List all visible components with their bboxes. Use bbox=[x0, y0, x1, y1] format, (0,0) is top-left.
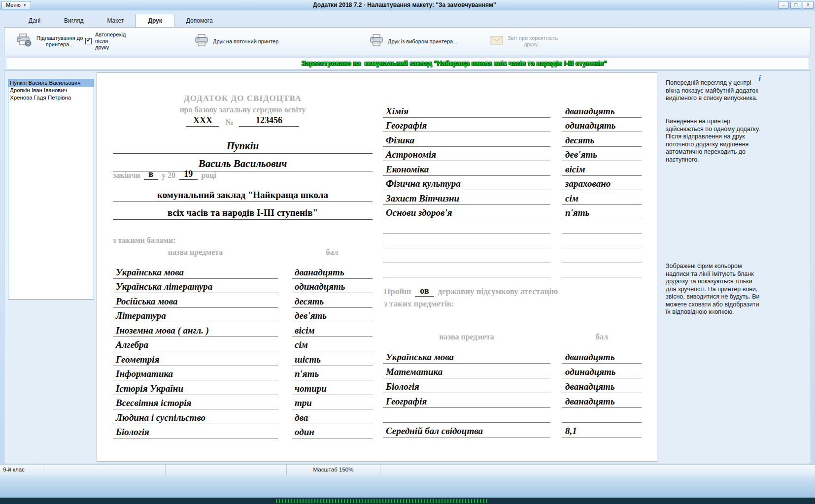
column-header-grade: бал bbox=[292, 248, 373, 257]
auto-advance-checkbox[interactable]: ✓ Автоперехід після друку bbox=[85, 32, 126, 51]
subject-name: Українська література bbox=[113, 279, 278, 294]
subject-name bbox=[383, 234, 550, 249]
subject-name: Українська мова bbox=[383, 349, 550, 364]
certificate-preview: ДОДАТОК ДО СВІДОЦТВА про базову загальну… bbox=[97, 72, 657, 462]
toolbar: Підлаштування до принтера... ✓ Автоперех… bbox=[4, 27, 811, 55]
subject-name: Інформатика bbox=[113, 366, 278, 381]
window-title: Додатки 2018 7.2 - Налаштування макету: … bbox=[31, 1, 778, 8]
subject-grade: сім bbox=[562, 190, 642, 205]
menu-button[interactable]: Меню ▼ bbox=[1, 1, 31, 9]
subject-row: Російська мова десять bbox=[113, 293, 373, 308]
graduation-line: закінчи в у 20 19 році bbox=[113, 167, 216, 180]
student-list-item[interactable]: Хренова Гадя Петрівна bbox=[8, 94, 94, 101]
subject-grade: дев'ять bbox=[562, 147, 642, 162]
minimize-button[interactable]: – bbox=[778, 1, 789, 9]
average-grade-row: Середній бал свідоцтва 8,1 bbox=[383, 423, 642, 437]
window-bottom-frame bbox=[0, 475, 815, 498]
table-header: назва предмета бал bbox=[113, 248, 373, 257]
subject-row: Фізика десять bbox=[383, 132, 642, 147]
tab[interactable]: Макет bbox=[95, 15, 136, 27]
school-name-line1: комунальний заклад "Найкраща школа bbox=[113, 187, 373, 202]
subject-row bbox=[383, 234, 642, 249]
help-paragraph-gray-blank: Зображені сірим кольором надписи та ліні… bbox=[666, 263, 762, 316]
dpa-prefix: Пройш bbox=[384, 287, 411, 297]
certificate-left-column: ДОДАТОК ДО СВІДОЦТВА про базову загальну… bbox=[113, 73, 373, 461]
subject-row: Література дев'ять bbox=[113, 308, 373, 323]
subject-grade: дванадцять bbox=[562, 393, 642, 408]
report-label: Звіт про коректність друку... bbox=[508, 35, 558, 48]
subject-grade: одинадцять bbox=[562, 364, 642, 378]
tab[interactable]: Друк bbox=[136, 14, 174, 27]
subject-name: Іноземна мова ( англ. ) bbox=[113, 322, 278, 337]
dpa-fill: ов bbox=[415, 286, 434, 297]
status-section-empty-2 bbox=[166, 465, 287, 475]
subject-grade: три bbox=[292, 395, 373, 410]
subject-grade: один bbox=[292, 424, 373, 439]
maximize-button[interactable]: □ bbox=[790, 1, 801, 9]
subject-row: Фізична культура зараховано bbox=[383, 176, 642, 191]
titlebar: Меню ▼ Додатки 2018 7.2 - Налаштування м… bbox=[0, 0, 815, 10]
print-choose-button[interactable]: Друк із вибором принтера... bbox=[367, 30, 460, 53]
number-value: 123456 bbox=[239, 115, 299, 127]
certificate-series-line: XXX № 123456 bbox=[113, 115, 373, 127]
print-choose-label: Друк із вибором принтера... bbox=[388, 38, 457, 45]
tab[interactable]: Допомога bbox=[174, 15, 225, 27]
fit-to-printer-button[interactable]: Підлаштування до принтера... bbox=[13, 30, 86, 53]
report-envelope-icon bbox=[490, 35, 503, 47]
dpa-line1: Пройш ов державну підсумкову атестацію bbox=[384, 285, 558, 297]
student-list: Пупкін Василь ВасильовичДропкін Іван Іва… bbox=[8, 79, 94, 300]
subject-row: Економіка вісім bbox=[383, 161, 642, 176]
print-current-button[interactable]: Друк на поточний принтер bbox=[192, 30, 281, 53]
subject-row bbox=[383, 263, 642, 278]
help-panel: i Попередній перегляд у центрі вікна пок… bbox=[659, 72, 811, 462]
subject-row: Біологія один bbox=[113, 424, 373, 439]
subject-row: Інформатика п'ять bbox=[113, 366, 373, 381]
subject-row: Основи здоров'я п'ять bbox=[383, 205, 642, 220]
subject-grade: п'ять bbox=[562, 205, 642, 220]
subject-grade bbox=[562, 234, 642, 249]
subject-name bbox=[383, 408, 550, 423]
subject-row: Географія дванадцять bbox=[383, 393, 642, 408]
printer-select-icon bbox=[370, 34, 383, 49]
average-grade-label: Середній бал свідоцтва bbox=[383, 423, 550, 437]
tab[interactable]: Дані bbox=[17, 15, 52, 27]
subject-grade: одинадцять bbox=[292, 279, 373, 294]
subject-name: Алгебра bbox=[113, 337, 278, 352]
window-controls: – □ × bbox=[778, 1, 814, 9]
chevron-down-icon: ▼ bbox=[23, 3, 27, 7]
subject-grade bbox=[562, 248, 642, 263]
subject-row bbox=[383, 248, 642, 263]
student-list-item[interactable]: Дропкін Іван Іванович bbox=[8, 87, 94, 94]
app-window: Меню ▼ Додатки 2018 7.2 - Налаштування м… bbox=[0, 0, 815, 504]
close-button[interactable]: × bbox=[803, 1, 814, 9]
subject-row: Хімія дванадцять bbox=[383, 103, 642, 118]
dpa-subjects-table: Українська мова дванадцять Математика од… bbox=[383, 349, 642, 423]
column-header-subject: назва предмета bbox=[113, 248, 278, 257]
column-header-subject: назва предмета bbox=[383, 333, 550, 341]
subject-row: Математика одинадцять bbox=[383, 364, 642, 378]
registration-text: Зареєстровано на комунальний заклад "Най… bbox=[100, 58, 809, 69]
subject-name bbox=[383, 263, 550, 278]
status-section-empty-1 bbox=[43, 465, 166, 475]
subject-grade: дванадцять bbox=[292, 264, 373, 279]
checkbox-icon[interactable]: ✓ bbox=[85, 38, 92, 44]
subject-grade: два bbox=[292, 409, 373, 424]
average-grade-value: 8,1 bbox=[562, 423, 642, 437]
grad-prefix: закінчи bbox=[113, 171, 140, 180]
subject-row: Історія України чотири bbox=[113, 380, 373, 395]
grades-intro: з такими балами: bbox=[113, 236, 176, 245]
certificate-subtitle: про базову загальну середню освіту bbox=[113, 105, 373, 114]
series-value: XXX bbox=[186, 115, 219, 127]
subject-name: Фізика bbox=[383, 132, 550, 147]
subject-row bbox=[383, 219, 642, 234]
status-bar: 9-й клас Масштаб 150% bbox=[0, 464, 815, 475]
student-list-item[interactable]: Пупкін Василь Васильович bbox=[8, 79, 94, 87]
auto-advance-label: Автоперехід після друку bbox=[95, 32, 126, 51]
subject-name: Людина і суспільство bbox=[113, 409, 278, 424]
report-button[interactable]: Звіт про коректність друку... bbox=[487, 30, 561, 53]
subject-grade: десять bbox=[562, 132, 642, 147]
subject-grade: вісім bbox=[562, 161, 642, 176]
tab[interactable]: Вигляд bbox=[52, 15, 95, 27]
subject-name bbox=[383, 219, 550, 234]
subject-grade: дев'ять bbox=[292, 308, 373, 323]
